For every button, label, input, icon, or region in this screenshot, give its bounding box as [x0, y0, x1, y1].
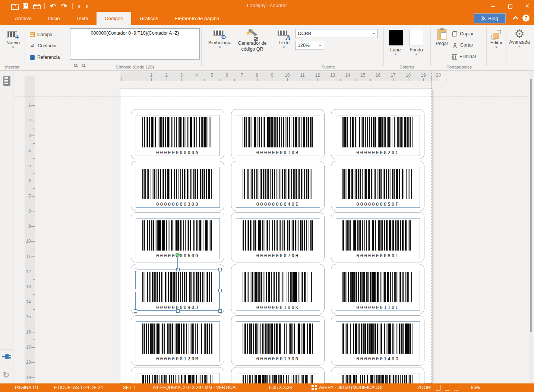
eliminar-button[interactable]: Eliminar	[452, 52, 476, 61]
label-sticker[interactable]: 0000000080I	[331, 212, 424, 262]
label-sticker[interactable]: 0000000010B	[231, 109, 325, 159]
close-button[interactable]: ×	[524, 2, 531, 10]
barcode-element[interactable]: 0000000050F	[336, 167, 420, 208]
barcode-element[interactable]: 0000000110L	[336, 270, 420, 311]
avanzada-button[interactable]: ⚙ Avanzada	[507, 28, 532, 47]
status-paper-format[interactable]: A4 PEQUEñA, 210 X 297 MM - VERTICAL	[153, 385, 238, 390]
resize-handle[interactable]	[218, 289, 222, 292]
tab-elemento-de-página[interactable]: Elemento de página	[167, 12, 228, 25]
pegar-button[interactable]: Pegar	[433, 29, 451, 46]
referencia-label: Referencia	[37, 55, 60, 60]
save-icon[interactable]	[23, 3, 28, 9]
resize-handle[interactable]	[134, 309, 137, 313]
label-sticker[interactable]: 0000000050F	[331, 161, 424, 211]
maximize-button[interactable]	[506, 3, 514, 9]
label-sticker[interactable]	[331, 367, 424, 383]
barcode-element[interactable]	[136, 373, 220, 383]
campo-button[interactable]: Campo	[30, 31, 52, 39]
resize-handle[interactable]	[218, 268, 222, 271]
selection-frame[interactable]	[135, 270, 219, 310]
label-sticker[interactable]: 0000000120M	[131, 315, 224, 366]
label-sticker[interactable]: 0000000000A	[131, 109, 224, 159]
fondo-button[interactable]: Fondo	[408, 30, 425, 55]
undo-icon[interactable]: ↶	[50, 3, 56, 10]
data-fields-icon[interactable]	[3, 76, 10, 86]
status-label-size[interactable]: 6,35 X 3,38	[269, 385, 292, 390]
barcode-element[interactable]: 0000000010B	[236, 115, 320, 156]
minimize-button[interactable]	[489, 3, 497, 9]
label-sticker[interactable]: 0000000040E	[231, 161, 325, 211]
status-template[interactable]: AVERY - J8159 (MODIFICADO)	[319, 385, 383, 390]
h-ruler-number: 15	[360, 73, 365, 78]
label-sticker[interactable]: 0000000020C	[331, 109, 424, 159]
barcode-element[interactable]: 0000000030D	[136, 167, 220, 208]
font-size-select[interactable]: 120%	[295, 41, 324, 50]
resize-handle[interactable]	[218, 309, 222, 313]
nuevo-button[interactable]: + Nuevo	[2, 31, 24, 48]
lapiz-button[interactable]: Lápiz	[388, 30, 404, 55]
rotation-handle[interactable]	[176, 253, 180, 257]
barcode-element[interactable]: 0000000070H	[236, 218, 320, 259]
zoom-fit-width-icon[interactable]	[445, 385, 449, 391]
barcode-element[interactable]	[236, 373, 320, 383]
label-sticker[interactable]: 0000000110L	[331, 264, 424, 314]
contador-button[interactable]: # Contador	[30, 42, 57, 50]
status-set[interactable]: SET 1	[123, 385, 135, 390]
cortar-button[interactable]: Cortar	[452, 41, 473, 49]
symbol-formula-box[interactable]: 000000{Contador 0~9:T10}{Contador A~Z}	[70, 28, 200, 60]
barcode-element[interactable]: 0000000000A	[136, 115, 220, 156]
label-sticker[interactable]: 0000000130N	[231, 315, 325, 366]
help-icon[interactable]: ?	[522, 15, 530, 22]
barcode-element[interactable]: 0000000020C	[336, 115, 420, 156]
label-sticker[interactable]	[231, 367, 325, 383]
barcode-element[interactable]: 0000000120M	[136, 321, 220, 362]
zoom-fit-selection-icon[interactable]	[454, 385, 458, 391]
scrollbar-thumb[interactable]	[530, 79, 532, 332]
barcode-element[interactable]: 0000000080I	[336, 218, 420, 259]
resize-handle[interactable]	[176, 268, 180, 271]
label-sticker[interactable]: 0000000140O	[331, 315, 424, 366]
texto-button[interactable]: A Texto	[274, 30, 294, 48]
barcode-element[interactable]: 0000000140O	[336, 321, 420, 362]
collapse-ribbon-icon[interactable]	[513, 16, 518, 20]
back-icon[interactable]: ‹	[78, 1, 80, 9]
resize-handle[interactable]	[134, 268, 137, 271]
status-labels-range[interactable]: ETIQUETAS 1-24 DE 24	[54, 385, 103, 390]
open-file-icon[interactable]	[11, 4, 18, 9]
label-sticker[interactable]: 0000000030D	[131, 161, 224, 211]
print-icon[interactable]	[33, 4, 39, 9]
tab-códigos[interactable]: Códigos	[97, 12, 132, 25]
simbologia-button[interactable]: ⚙ Simbología	[203, 30, 236, 48]
vertical-scrollbar[interactable]	[530, 71, 533, 383]
redo-icon[interactable]: ↷	[61, 3, 67, 10]
tab-inicio[interactable]: Inicio	[40, 12, 68, 25]
chevron-down-icon	[218, 47, 221, 48]
tab-texto[interactable]: Texto	[68, 12, 97, 25]
resize-handle[interactable]	[134, 289, 137, 292]
status-zoom-value[interactable]: 86%	[471, 385, 480, 390]
referencia-button[interactable]: i Referencia	[30, 53, 60, 61]
blog-button[interactable]: Blog	[474, 13, 506, 23]
font-family-select[interactable]: OCRB	[295, 29, 378, 38]
resize-handle[interactable]	[176, 309, 180, 313]
plugin-connect-icon[interactable]	[2, 353, 12, 360]
editar-button[interactable]: Editar	[487, 30, 505, 48]
label-sticker[interactable]: 0000000070H	[231, 212, 325, 262]
design-canvas[interactable]: 1234567891011121314151617181920 12345678…	[0, 71, 534, 383]
barcode-element[interactable]: 0000000130N	[236, 321, 320, 362]
label-sticker[interactable]	[131, 367, 224, 383]
barcode-element[interactable]: 0000000040E	[236, 167, 320, 208]
label-sticker[interactable]: 0000000100K	[231, 264, 325, 314]
barcode-element[interactable]	[336, 373, 420, 383]
status-page[interactable]: PáGINA 1/1	[15, 385, 38, 390]
barcode-bars	[243, 375, 313, 383]
forward-icon[interactable]: ›	[86, 1, 88, 9]
qr-generator-button[interactable]: ★★ Generador de código QR	[233, 30, 271, 52]
tab-gráficos[interactable]: Gráficos	[131, 12, 166, 25]
barcode-element[interactable]: 0000000100K	[236, 270, 320, 311]
copiar-button[interactable]: Copiar	[452, 30, 474, 38]
zoom-fit-page-icon[interactable]	[436, 385, 440, 391]
tab-archivo[interactable]: Archivo	[7, 12, 40, 25]
v-ruler-number: 11	[26, 254, 31, 259]
refresh-icon[interactable]: ↻	[3, 370, 9, 380]
